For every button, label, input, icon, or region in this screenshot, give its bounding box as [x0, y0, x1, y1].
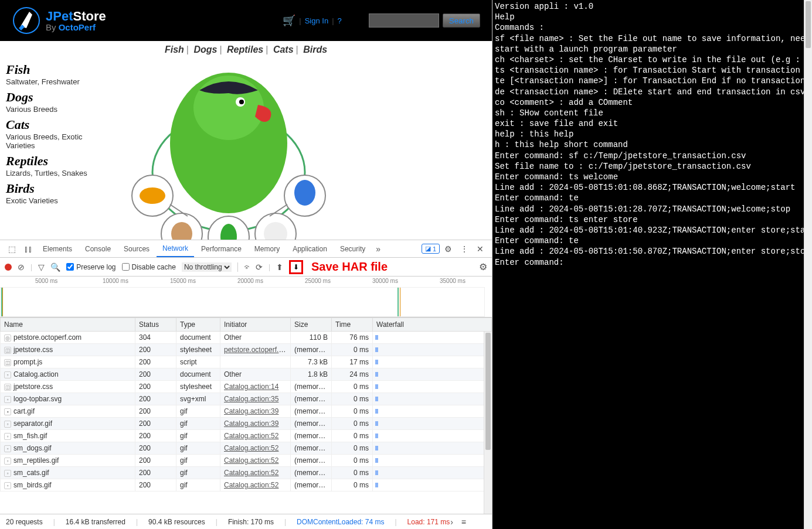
network-row[interactable]: ▫separator.gif 200gifCatalog.action:39 (…	[1, 418, 492, 430]
cat-birds-desc: Exotic Varieties	[6, 196, 111, 205]
tab-network[interactable]: Network	[157, 241, 194, 257]
offline-icon[interactable]: ᯤ	[244, 262, 252, 272]
preserve-log-checkbox[interactable]: Preserve log	[66, 263, 115, 271]
splash-image	[123, 61, 486, 237]
network-row[interactable]: ▫sm_fish.gif 200gifCatalog.action:52 (me…	[1, 430, 492, 442]
network-conditions-icon[interactable]: ⟳	[256, 262, 263, 272]
network-toolbar: ⊘ | ▽ 🔍 Preserve log Disable cache No th…	[0, 258, 492, 277]
network-row[interactable]: ▫logo-topbar.svg 200svg+xmlCatalog.actio…	[1, 393, 492, 405]
timeline-tick: 25000 ms	[305, 278, 331, 284]
terminal[interactable]: Version appli : v1.0 Help Commands : sf …	[492, 0, 812, 529]
catbar-birds[interactable]: Birds	[303, 45, 327, 54]
timeline-tick: 30000 ms	[372, 278, 398, 284]
tab-elements[interactable]: Elements	[37, 241, 78, 257]
tab-security[interactable]: Security	[334, 241, 371, 257]
tab-performance[interactable]: Performance	[195, 241, 247, 257]
svg-point-7	[140, 187, 165, 204]
col-initiator[interactable]: Initiator	[220, 318, 291, 332]
disable-cache-checkbox[interactable]: Disable cache	[122, 263, 176, 271]
devtools-panel: ⬚ ⫿⫿ Elements Console Sources Network Pe…	[0, 240, 492, 529]
timeline-tick: 15000 ms	[170, 278, 196, 284]
cat-cats-title[interactable]: Cats	[6, 117, 111, 132]
search-icon[interactable]: 🔍	[50, 262, 60, 272]
more-icon[interactable]: ⋮	[457, 242, 472, 256]
svg-point-5	[239, 100, 244, 104]
logo-text-octoperf: OctoPerf	[59, 22, 96, 32]
network-row[interactable]: ▪cart.gif 200gifCatalog.action:39 (memor…	[1, 405, 492, 418]
timeline-tick: 5000 ms	[35, 278, 57, 284]
cat-dogs-title[interactable]: Dogs	[6, 90, 111, 105]
status-requests: 20 requests	[6, 518, 43, 526]
clear-icon[interactable]: ⊘	[18, 262, 25, 272]
tab-console[interactable]: Console	[79, 241, 117, 257]
cart-icon[interactable]: 🛒	[283, 14, 295, 27]
cat-birds-title[interactable]: Birds	[6, 181, 111, 196]
export-har-button[interactable]: ⬇	[289, 260, 303, 274]
status-transferred: 16.4 kB transferred	[66, 518, 125, 526]
throttling-select[interactable]: No throttling	[182, 262, 232, 272]
tab-sources[interactable]: Sources	[118, 241, 155, 257]
catbar-dogs[interactable]: Dogs	[193, 45, 217, 54]
search-input[interactable]	[369, 13, 439, 28]
record-button[interactable]	[5, 264, 12, 271]
timeline-tick: 35000 ms	[440, 278, 466, 284]
cat-cats-desc: Various Breeds, Exotic Varieties	[6, 132, 111, 150]
status-finish: Finish: 170 ms	[228, 518, 274, 526]
col-status[interactable]: Status	[135, 318, 176, 332]
category-list: Fish Saltwater, Freshwater Dogs Various …	[6, 61, 111, 237]
network-row[interactable]: ▫Catalog.action 200documentOther 1.8 kB2…	[1, 368, 492, 381]
network-row[interactable]: ▫sm_dogs.gif 200gifCatalog.action:52 (me…	[1, 442, 492, 455]
status-dcl: DOMContentLoaded: 74 ms	[297, 518, 384, 526]
network-row[interactable]: ◎petstore.octoperf.com 304documentOther …	[1, 332, 492, 344]
drawer-expand-icon[interactable]: ›	[450, 517, 453, 527]
devtools-tabs: ⬚ ⫿⫿ Elements Console Sources Network Pe…	[0, 240, 492, 258]
network-row[interactable]: ◫jpetstore.css 200stylesheetCatalog.acti…	[1, 381, 492, 393]
col-time[interactable]: Time	[332, 318, 373, 332]
cat-reptiles-title[interactable]: Reptiles	[6, 153, 111, 169]
tab-application[interactable]: Application	[287, 241, 333, 257]
import-har-icon[interactable]: ⬆	[276, 262, 283, 272]
close-devtools-icon[interactable]: ✕	[473, 242, 487, 256]
drawer-icons: › ≡	[448, 515, 468, 529]
save-har-annotation: Save HAR file	[311, 260, 388, 274]
status-resources: 90.4 kB resources	[148, 518, 205, 526]
logo-text-store: Store	[73, 9, 106, 23]
network-row[interactable]: ◫prompt.js 200script 7.3 kB17 ms	[1, 356, 492, 368]
col-waterfall[interactable]: Waterfall	[373, 318, 492, 332]
cat-reptiles-desc: Lizards, Turtles, Snakes	[6, 169, 111, 178]
table-scrollbar[interactable]	[484, 332, 492, 514]
timeline-overview[interactable]: 5000 ms10000 ms15000 ms20000 ms25000 ms3…	[0, 277, 492, 318]
tab-memory[interactable]: Memory	[249, 241, 286, 257]
catbar-reptiles[interactable]: Reptiles	[227, 45, 263, 54]
timeline-tick: 20000 ms	[237, 278, 263, 284]
signin-link[interactable]: Sign In	[305, 16, 328, 25]
network-row[interactable]: ▫sm_reptiles.gif 200gifCatalog.action:52…	[1, 455, 492, 467]
col-type[interactable]: Type	[176, 318, 220, 332]
cat-fish-title[interactable]: Fish	[6, 62, 111, 77]
rocket-icon	[12, 6, 41, 35]
device-toggle-icon[interactable]: ⫿⫿	[21, 242, 36, 256]
network-row[interactable]: ▫sm_birds.gif 200gifCatalog.action:52 (m…	[1, 479, 492, 492]
status-load: Load: 171 ms	[407, 518, 450, 526]
search-button[interactable]: Search	[443, 13, 480, 28]
inspect-icon[interactable]: ⬚	[5, 242, 19, 256]
logo-text-jpet: JPet	[46, 9, 73, 23]
more-tabs-icon[interactable]: »	[372, 242, 384, 256]
filter-icon[interactable]: ▽	[38, 262, 45, 272]
catbar-cats[interactable]: Cats	[273, 45, 294, 54]
parrot-splash-icon[interactable]	[123, 61, 334, 240]
network-table: Name Status Type Initiator Size Time Wat…	[0, 318, 492, 514]
col-name[interactable]: Name	[1, 318, 135, 332]
logo[interactable]: JPetStore By OctoPerf	[12, 6, 106, 35]
catbar-fish[interactable]: Fish	[165, 45, 184, 54]
col-size[interactable]: Size	[291, 318, 332, 332]
help-link[interactable]: ?	[338, 16, 342, 25]
network-row[interactable]: ▫sm_cats.gif 200gifCatalog.action:52 (me…	[1, 467, 492, 479]
timeline-tick: 10000 ms	[103, 278, 128, 284]
petstore-page: JPetStore By OctoPerf 🛒 | Sign In | ? Se…	[0, 0, 492, 240]
network-settings-icon[interactable]: ⚙	[479, 261, 487, 272]
network-row[interactable]: ◫jpetstore.css 200stylesheetpetstore.oct…	[1, 344, 492, 356]
issues-badge[interactable]: ◪ 1	[422, 244, 440, 254]
drawer-menu-icon[interactable]: ≡	[461, 517, 466, 527]
settings-icon[interactable]: ⚙	[441, 242, 456, 256]
